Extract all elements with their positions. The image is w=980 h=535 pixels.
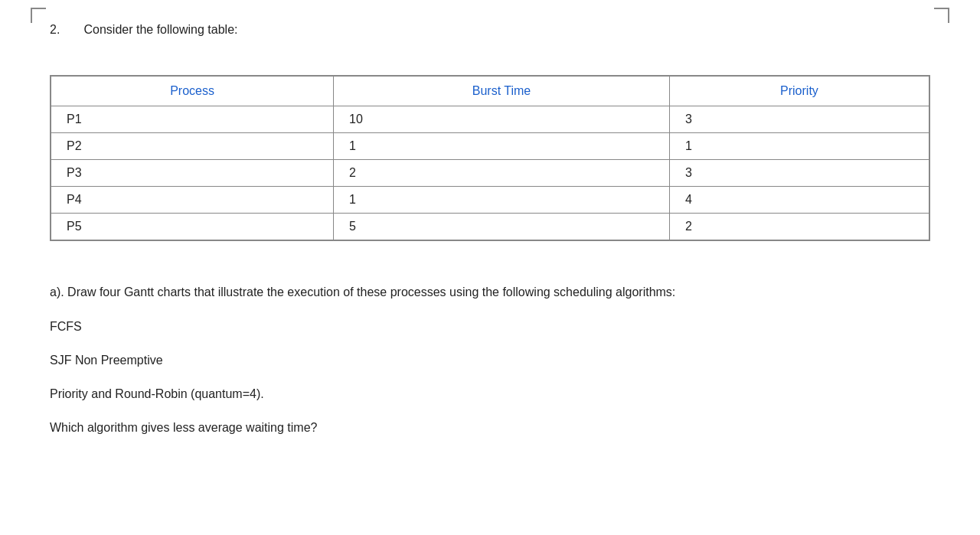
cell-process: P2 — [51, 133, 334, 160]
cell-burst-time: 10 — [334, 106, 670, 133]
table-header-row: Process Burst Time Priority — [51, 77, 929, 106]
table-row: P211 — [51, 133, 929, 160]
corner-mark-tl — [31, 8, 46, 23]
cell-priority: 2 — [669, 214, 929, 240]
question-intro: Consider the following table: — [83, 23, 237, 36]
cell-process: P1 — [51, 106, 334, 133]
process-table: Process Burst Time Priority P1103P211P32… — [51, 76, 929, 240]
cell-burst-time: 1 — [334, 133, 670, 160]
question-header: 2. Consider the following table: — [50, 23, 930, 37]
table-row: P552 — [51, 214, 929, 240]
question-b: Which algorithm gives less average waiti… — [50, 419, 930, 437]
col-header-process: Process — [51, 77, 334, 106]
cell-priority: 1 — [669, 133, 929, 160]
content-section: a). Draw four Gantt charts that illustra… — [50, 282, 930, 437]
table-row: P1103 — [51, 106, 929, 133]
cell-process: P5 — [51, 214, 334, 240]
cell-burst-time: 5 — [334, 214, 670, 240]
cell-burst-time: 1 — [334, 187, 670, 214]
cell-burst-time: 2 — [334, 160, 670, 187]
corner-mark-tr — [934, 8, 949, 23]
table-row: P323 — [51, 160, 929, 187]
table-row: P414 — [51, 187, 929, 214]
cell-priority: 3 — [669, 106, 929, 133]
algorithm-item: FCFS — [50, 318, 930, 336]
algorithms-list: FCFSSJF Non PreemptivePriority and Round… — [50, 318, 930, 403]
cell-priority: 4 — [669, 187, 929, 214]
col-header-burst-time: Burst Time — [334, 77, 670, 106]
question-number: 2. — [50, 23, 60, 36]
algorithm-item: SJF Non Preemptive — [50, 351, 930, 370]
cell-process: P3 — [51, 160, 334, 187]
algorithm-item: Priority and Round-Robin (quantum=4). — [50, 385, 930, 403]
col-header-priority: Priority — [669, 77, 929, 106]
part-a-description: a). Draw four Gantt charts that illustra… — [50, 282, 930, 302]
cell-priority: 3 — [669, 160, 929, 187]
cell-process: P4 — [51, 187, 334, 214]
data-table-container: Process Burst Time Priority P1103P211P32… — [50, 75, 930, 241]
